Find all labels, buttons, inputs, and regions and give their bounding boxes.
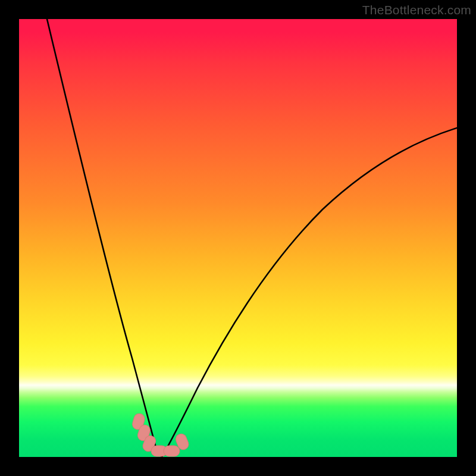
curve-right-branch <box>162 128 457 457</box>
chart-frame: TheBottleneck.com <box>0 0 476 476</box>
attribution-text: TheBottleneck.com <box>362 3 471 17</box>
chart-svg <box>19 19 457 457</box>
curve-left-branch <box>47 19 162 457</box>
chart-plot-area <box>19 19 457 457</box>
marker-dot <box>164 446 180 456</box>
